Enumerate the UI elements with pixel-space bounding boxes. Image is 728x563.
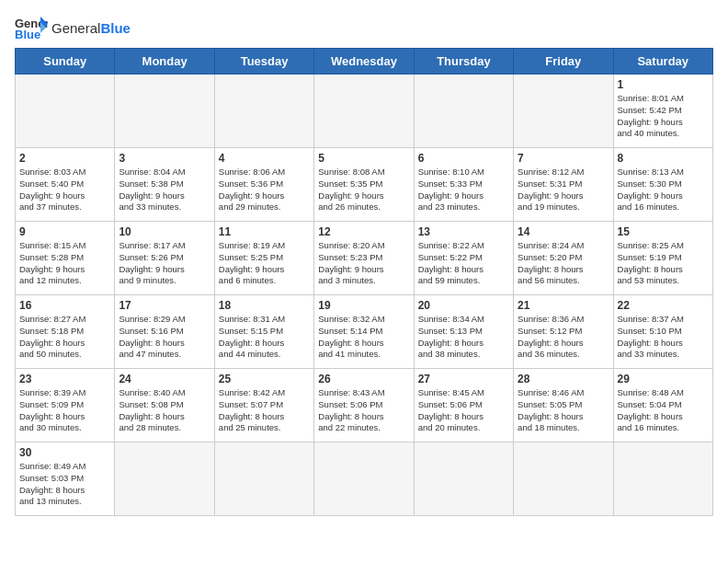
- day-number: 27: [418, 373, 509, 385]
- day-info: Sunrise: 8:39 AM Sunset: 5:09 PM Dayligh…: [19, 387, 110, 434]
- day-cell-23: 23Sunrise: 8:39 AM Sunset: 5:09 PM Dayli…: [16, 369, 115, 442]
- empty-cell: [314, 442, 414, 516]
- day-number: 7: [518, 152, 609, 165]
- day-info: Sunrise: 8:25 AM Sunset: 5:19 PM Dayligh…: [618, 240, 709, 287]
- day-cell-29: 29Sunrise: 8:48 AM Sunset: 5:04 PM Dayli…: [613, 369, 712, 442]
- day-info: Sunrise: 8:20 AM Sunset: 5:23 PM Dayligh…: [318, 240, 409, 287]
- day-number: 16: [19, 299, 110, 312]
- day-cell-12: 12Sunrise: 8:20 AM Sunset: 5:23 PM Dayli…: [314, 222, 414, 295]
- empty-cell: [115, 75, 214, 148]
- day-info: Sunrise: 8:42 AM Sunset: 5:07 PM Dayligh…: [219, 387, 310, 434]
- day-cell-7: 7Sunrise: 8:12 AM Sunset: 5:31 PM Daylig…: [514, 148, 613, 222]
- day-cell-20: 20Sunrise: 8:34 AM Sunset: 5:13 PM Dayli…: [414, 295, 513, 369]
- day-info: Sunrise: 8:15 AM Sunset: 5:28 PM Dayligh…: [19, 240, 110, 287]
- day-info: Sunrise: 8:45 AM Sunset: 5:06 PM Dayligh…: [418, 387, 509, 434]
- day-number: 29: [618, 373, 709, 385]
- day-number: 17: [119, 299, 210, 312]
- day-cell-10: 10Sunrise: 8:17 AM Sunset: 5:26 PM Dayli…: [115, 222, 214, 295]
- day-info: Sunrise: 8:27 AM Sunset: 5:18 PM Dayligh…: [19, 314, 110, 361]
- day-number: 21: [518, 299, 609, 312]
- day-number: 13: [418, 225, 509, 238]
- day-number: 11: [219, 225, 310, 238]
- day-number: 19: [318, 299, 409, 312]
- day-info: Sunrise: 8:49 AM Sunset: 5:03 PM Dayligh…: [19, 461, 110, 508]
- day-info: Sunrise: 8:12 AM Sunset: 5:31 PM Dayligh…: [518, 167, 609, 213]
- day-number: 4: [219, 152, 310, 165]
- empty-cell: [314, 75, 414, 148]
- empty-cell: [214, 442, 313, 516]
- weekday-header-friday: Friday: [514, 49, 613, 75]
- day-cell-19: 19Sunrise: 8:32 AM Sunset: 5:14 PM Dayli…: [314, 295, 414, 369]
- day-cell-4: 4Sunrise: 8:06 AM Sunset: 5:36 PM Daylig…: [214, 148, 313, 222]
- empty-cell: [214, 75, 313, 148]
- calendar-row: 2Sunrise: 8:03 AM Sunset: 5:40 PM Daylig…: [16, 148, 713, 222]
- day-cell-22: 22Sunrise: 8:37 AM Sunset: 5:10 PM Dayli…: [613, 295, 712, 369]
- day-info: Sunrise: 8:22 AM Sunset: 5:22 PM Dayligh…: [418, 240, 509, 287]
- day-number: 28: [518, 373, 609, 385]
- empty-cell: [514, 75, 613, 148]
- day-number: 18: [219, 299, 310, 312]
- day-info: Sunrise: 8:43 AM Sunset: 5:06 PM Dayligh…: [318, 387, 409, 434]
- day-cell-11: 11Sunrise: 8:19 AM Sunset: 5:25 PM Dayli…: [214, 222, 313, 295]
- weekday-header-thursday: Thursday: [414, 49, 513, 75]
- day-cell-6: 6Sunrise: 8:10 AM Sunset: 5:33 PM Daylig…: [414, 148, 513, 222]
- header: General Blue GeneralBlue: [15, 15, 713, 40]
- day-info: Sunrise: 8:37 AM Sunset: 5:10 PM Dayligh…: [618, 314, 709, 361]
- day-info: Sunrise: 8:04 AM Sunset: 5:38 PM Dayligh…: [119, 167, 210, 213]
- day-number: 26: [318, 373, 409, 385]
- calendar-row: 1Sunrise: 8:01 AM Sunset: 5:42 PM Daylig…: [16, 75, 713, 148]
- day-number: 9: [19, 225, 110, 238]
- day-cell-5: 5Sunrise: 8:08 AM Sunset: 5:35 PM Daylig…: [314, 148, 414, 222]
- empty-cell: [414, 442, 513, 516]
- day-info: Sunrise: 8:46 AM Sunset: 5:05 PM Dayligh…: [518, 387, 609, 434]
- day-cell-8: 8Sunrise: 8:13 AM Sunset: 5:30 PM Daylig…: [613, 148, 712, 222]
- day-cell-3: 3Sunrise: 8:04 AM Sunset: 5:38 PM Daylig…: [115, 148, 214, 222]
- day-cell-24: 24Sunrise: 8:40 AM Sunset: 5:08 PM Dayli…: [115, 369, 214, 442]
- day-info: Sunrise: 8:19 AM Sunset: 5:25 PM Dayligh…: [219, 240, 310, 287]
- logo: General Blue GeneralBlue: [15, 15, 131, 40]
- calendar-row: 23Sunrise: 8:39 AM Sunset: 5:09 PM Dayli…: [16, 369, 713, 442]
- day-info: Sunrise: 8:31 AM Sunset: 5:15 PM Dayligh…: [219, 314, 310, 361]
- weekday-header-wednesday: Wednesday: [314, 49, 414, 75]
- day-info: Sunrise: 8:24 AM Sunset: 5:20 PM Dayligh…: [518, 240, 609, 287]
- day-number: 20: [418, 299, 509, 312]
- svg-text:Blue: Blue: [15, 28, 40, 40]
- day-cell-25: 25Sunrise: 8:42 AM Sunset: 5:07 PM Dayli…: [214, 369, 313, 442]
- calendar-row: 9Sunrise: 8:15 AM Sunset: 5:28 PM Daylig…: [16, 222, 713, 295]
- empty-cell: [514, 442, 613, 516]
- day-number: 10: [119, 225, 210, 238]
- weekday-header-tuesday: Tuesday: [214, 49, 313, 75]
- weekday-header-row: SundayMondayTuesdayWednesdayThursdayFrid…: [16, 49, 713, 75]
- day-cell-26: 26Sunrise: 8:43 AM Sunset: 5:06 PM Dayli…: [314, 369, 414, 442]
- day-number: 6: [418, 152, 509, 165]
- day-number: 1: [618, 78, 709, 91]
- day-number: 12: [318, 225, 409, 238]
- empty-cell: [16, 75, 115, 148]
- empty-cell: [414, 75, 513, 148]
- day-number: 14: [518, 225, 609, 238]
- day-info: Sunrise: 8:06 AM Sunset: 5:36 PM Dayligh…: [219, 167, 310, 213]
- day-number: 2: [19, 152, 110, 165]
- day-cell-27: 27Sunrise: 8:45 AM Sunset: 5:06 PM Dayli…: [414, 369, 513, 442]
- day-cell-2: 2Sunrise: 8:03 AM Sunset: 5:40 PM Daylig…: [16, 148, 115, 222]
- day-info: Sunrise: 8:01 AM Sunset: 5:42 PM Dayligh…: [618, 93, 709, 140]
- day-info: Sunrise: 8:08 AM Sunset: 5:35 PM Dayligh…: [318, 167, 409, 213]
- day-number: 22: [618, 299, 709, 312]
- day-cell-1: 1Sunrise: 8:01 AM Sunset: 5:42 PM Daylig…: [613, 75, 712, 148]
- weekday-header-saturday: Saturday: [613, 49, 712, 75]
- day-cell-14: 14Sunrise: 8:24 AM Sunset: 5:20 PM Dayli…: [514, 222, 613, 295]
- day-cell-17: 17Sunrise: 8:29 AM Sunset: 5:16 PM Dayli…: [115, 295, 214, 369]
- day-number: 15: [618, 225, 709, 238]
- day-cell-21: 21Sunrise: 8:36 AM Sunset: 5:12 PM Dayli…: [514, 295, 613, 369]
- day-number: 30: [19, 446, 110, 459]
- day-number: 3: [119, 152, 210, 165]
- day-cell-9: 9Sunrise: 8:15 AM Sunset: 5:28 PM Daylig…: [16, 222, 115, 295]
- day-cell-28: 28Sunrise: 8:46 AM Sunset: 5:05 PM Dayli…: [514, 369, 613, 442]
- day-cell-18: 18Sunrise: 8:31 AM Sunset: 5:15 PM Dayli…: [214, 295, 313, 369]
- day-info: Sunrise: 8:48 AM Sunset: 5:04 PM Dayligh…: [618, 387, 709, 434]
- day-info: Sunrise: 8:29 AM Sunset: 5:16 PM Dayligh…: [119, 314, 210, 361]
- empty-cell: [613, 442, 712, 516]
- day-cell-13: 13Sunrise: 8:22 AM Sunset: 5:22 PM Dayli…: [414, 222, 513, 295]
- day-info: Sunrise: 8:13 AM Sunset: 5:30 PM Dayligh…: [618, 167, 709, 213]
- day-number: 5: [318, 152, 409, 165]
